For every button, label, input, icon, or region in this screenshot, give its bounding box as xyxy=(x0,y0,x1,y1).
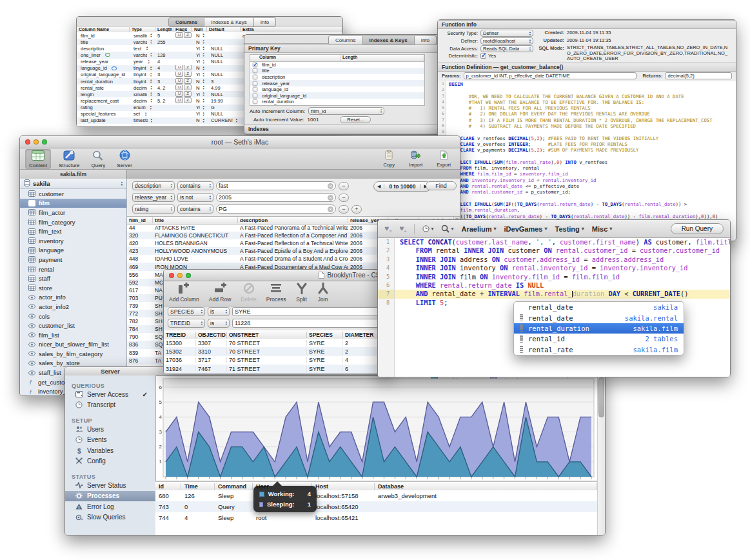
history-dropdown[interactable]: ▾ xyxy=(422,225,433,232)
minimize-button[interactable] xyxy=(177,273,183,278)
toolbar-export[interactable]: Export xyxy=(433,149,455,168)
flag-unsigned[interactable]: U xyxy=(175,72,183,77)
flag-zerofill[interactable]: Z xyxy=(184,85,192,90)
favorite-add-icon[interactable]: ♥+ xyxy=(399,224,406,234)
stepper-icon[interactable]: ▴▾ xyxy=(201,59,205,65)
flag-unsigned[interactable]: U xyxy=(175,32,183,38)
stepper-icon[interactable]: ▴▾ xyxy=(201,52,205,57)
process-row[interactable]: 680126Sleeplocalhost:57158arweb3_develop… xyxy=(155,490,597,501)
sidebar-item-language[interactable]: language xyxy=(20,246,126,255)
sidebar-item-customer[interactable]: customer xyxy=(20,189,126,199)
favorites-list-icon[interactable]: ♥≡ xyxy=(384,224,391,234)
remove-filter-button[interactable]: − xyxy=(339,205,349,214)
stepper-icon[interactable]: ▴▾ xyxy=(201,85,206,90)
clear-icon[interactable]: ✕ xyxy=(328,206,333,212)
security-type-select[interactable]: Definer▴▾ xyxy=(480,30,533,37)
sidebar-item-film[interactable]: film xyxy=(20,199,126,208)
toolbar-add-column[interactable]: Add Column xyxy=(169,283,199,303)
sidebar-item-staff[interactable]: staff xyxy=(20,274,126,283)
toolbar-add-row[interactable]: Add Row xyxy=(209,283,232,303)
vertical-scrollbar[interactable] xyxy=(597,375,605,535)
database-selector[interactable]: sakila▴▾ xyxy=(20,179,126,189)
pk-row[interactable]: release_year xyxy=(250,80,424,86)
toolbar-process[interactable]: Process xyxy=(266,283,286,303)
page-previous-button[interactable]: ◀ xyxy=(374,184,384,189)
sidebar-item-film_text[interactable]: film_text xyxy=(20,226,126,236)
pk-checkbox[interactable] xyxy=(253,62,258,67)
filter-operator-select[interactable]: contains▴▾ xyxy=(177,205,213,214)
toolbar-split[interactable]: Split xyxy=(296,283,308,303)
menu-araelium[interactable]: Araelium xyxy=(461,225,496,233)
sidebar-item-cols[interactable]: cols xyxy=(20,312,126,321)
stepper-icon[interactable]: ▴▾ xyxy=(201,79,206,84)
flag-unsigned[interactable]: U xyxy=(175,97,183,103)
stepper-icon[interactable]: ▴▾ xyxy=(201,98,206,103)
tab-indexes-keys[interactable]: Indexes & Keys xyxy=(204,17,254,27)
minimize-button[interactable] xyxy=(34,139,39,145)
stepper-icon[interactable]: ▴▾ xyxy=(201,66,206,71)
sidebar-item-rental[interactable]: rental xyxy=(20,265,126,274)
stepper-icon[interactable]: ▴▾ xyxy=(143,112,148,117)
sidebar-item-processes[interactable]: Processes xyxy=(65,491,155,502)
filter-value-input[interactable]: 2005✕ xyxy=(216,193,336,202)
filter-column-select[interactable]: SPECIES▴▾ xyxy=(168,307,205,316)
toolbar-join[interactable]: Join xyxy=(317,283,329,303)
flag-zerofill[interactable]: Z xyxy=(184,97,192,103)
tab-sakila-film[interactable]: sakila.film xyxy=(20,170,127,179)
close-button[interactable] xyxy=(25,139,30,145)
toolbar-content[interactable]: Content xyxy=(25,149,51,169)
reset-button[interactable]: Reset... xyxy=(340,116,371,123)
sidebar-item-variables[interactable]: $Variables xyxy=(65,445,155,456)
stepper-icon[interactable]: ▴▾ xyxy=(144,46,150,51)
sidebar-item-customer_list[interactable]: customer_list xyxy=(20,321,126,330)
process-row[interactable]: 7430Querylocalhost:65420 xyxy=(155,501,597,512)
menu-idevgames[interactable]: iDevGames xyxy=(504,225,548,233)
autocomplete-item[interactable]: rental_durationsakila.film xyxy=(514,323,684,334)
flag-unsigned[interactable]: U xyxy=(175,78,183,84)
filter-operator-select[interactable]: is▴▾ xyxy=(208,319,230,328)
autocomplete-item[interactable]: rental_ratesakila.film xyxy=(514,345,684,355)
pk-checkbox[interactable] xyxy=(253,75,258,80)
filter-column-select[interactable]: description▴▾ xyxy=(132,181,175,190)
sidebar-item-transcript[interactable]: Transcript xyxy=(65,400,155,411)
pk-checkbox[interactable] xyxy=(253,68,258,74)
pk-row[interactable]: rental_duration xyxy=(250,99,424,105)
pk-checkbox[interactable] xyxy=(253,99,258,105)
process-row[interactable]: 7444Sleeprootlocalhost:65421 xyxy=(155,512,597,523)
zoom-button[interactable] xyxy=(42,139,47,145)
returns-input[interactable]: decimal(5,2) xyxy=(665,72,732,79)
sidebar-item-server-status[interactable]: Server Status xyxy=(65,480,155,491)
csv-row[interactable]: 15300330770 STREETSYRE2 xyxy=(164,339,390,347)
stepper-icon[interactable]: ▴▾ xyxy=(148,92,153,97)
params-input[interactable]: p_customer_id INT, p_effective_date DATE… xyxy=(464,72,637,79)
stepper-icon[interactable]: ▴▾ xyxy=(148,98,153,103)
menu-misc[interactable]: Misc xyxy=(592,225,612,233)
sidebar-item-nicer_but_slower_film_list[interactable]: nicer_but_slower_film_list xyxy=(20,340,126,350)
flag-zerofill[interactable]: Z xyxy=(184,65,192,71)
csv-row[interactable]: 31924746771 STREETSYRE6 xyxy=(164,365,390,373)
tab-info[interactable]: Info xyxy=(254,17,276,27)
pk-checkbox[interactable] xyxy=(253,87,258,92)
sidebar-item-film_category[interactable]: film_category xyxy=(20,217,126,227)
stepper-icon[interactable]: ▴▾ xyxy=(148,105,153,110)
filter-value-input[interactable]: SYRE xyxy=(232,307,386,316)
stepper-icon[interactable]: ▴▾ xyxy=(148,66,153,71)
sidebar-item-store[interactable]: store xyxy=(20,283,126,293)
filter-column-select[interactable]: release_year▴▾ xyxy=(132,193,175,202)
sidebar-item-slow-queries[interactable]: Slow Queries xyxy=(65,512,155,523)
toolbar-server[interactable]: Server xyxy=(113,148,136,169)
sidebar-item-events[interactable]: Events xyxy=(65,435,155,446)
toolbar-structure[interactable]: Structure xyxy=(55,149,83,169)
stepper-icon[interactable]: ▴▾ xyxy=(148,72,153,77)
tab-columns[interactable]: Columns xyxy=(168,17,204,27)
stepper-icon[interactable]: ▴▾ xyxy=(201,105,205,110)
menu-testing[interactable]: Testing xyxy=(555,225,584,233)
add-filter-button[interactable]: + xyxy=(351,205,362,214)
pk-checkbox[interactable] xyxy=(253,81,258,86)
stepper-icon[interactable]: ▴▾ xyxy=(148,33,153,38)
stepper-icon[interactable]: ▴▾ xyxy=(201,92,205,97)
toolbar-import[interactable]: Import xyxy=(405,149,426,168)
sidebar-item-payment[interactable]: payment xyxy=(20,255,126,265)
sidebar-item-sales_by_film_category[interactable]: sales_by_film_category xyxy=(20,349,126,359)
stepper-icon[interactable]: ▴▾ xyxy=(201,33,206,38)
